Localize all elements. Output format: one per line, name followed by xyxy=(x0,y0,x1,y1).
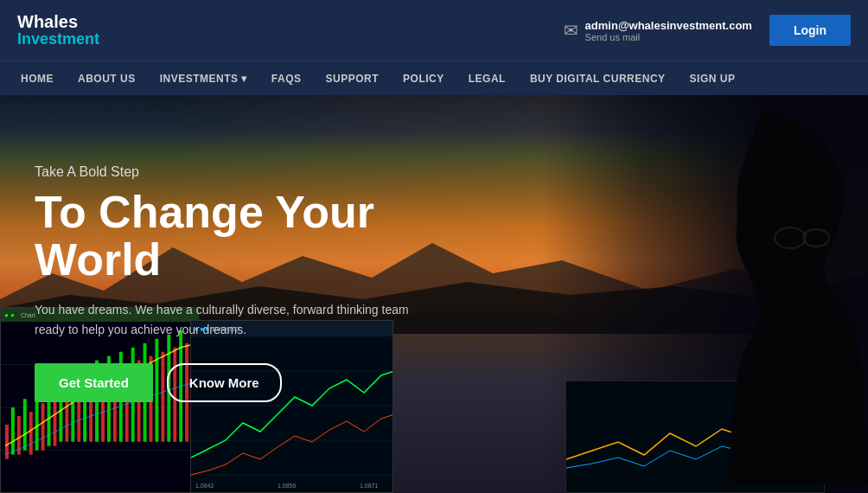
login-button[interactable]: Login xyxy=(769,15,851,46)
nav-about[interactable]: ABOUT US xyxy=(66,73,148,85)
logo[interactable]: Whales Investment xyxy=(17,12,99,48)
hero-title-line2: World xyxy=(35,234,161,285)
screen-status: ● ● xyxy=(4,311,15,319)
svg-rect-13 xyxy=(53,394,56,445)
hero-description: You have dreams. We have a culturally di… xyxy=(35,300,424,339)
hero-content: Take A Bold Step To Change Your World Yo… xyxy=(35,164,424,402)
nav-signup[interactable]: SIGN UP xyxy=(678,73,748,85)
svg-rect-9 xyxy=(29,412,33,455)
svg-rect-6 xyxy=(11,407,15,455)
logo-investment: Investment xyxy=(17,31,99,48)
email-area: ✉ admin@whalesinvestment.com Send us mai… xyxy=(564,19,752,42)
nav-home[interactable]: HOME xyxy=(9,73,66,85)
email-text: admin@whalesinvestment.com Send us mail xyxy=(585,19,752,42)
screen-title: Chart xyxy=(21,312,35,318)
nav-legal[interactable]: LEGAL xyxy=(456,73,518,85)
email-address: admin@whalesinvestment.com xyxy=(585,19,752,32)
get-started-button[interactable]: Get Started xyxy=(35,363,153,402)
svg-text:1.0856: 1.0856 xyxy=(278,483,297,489)
logo-whales: Whales xyxy=(17,12,99,31)
svg-text:1.0842: 1.0842 xyxy=(195,483,214,489)
know-more-button[interactable]: Know More xyxy=(167,363,282,402)
svg-rect-11 xyxy=(41,403,45,451)
svg-text:1.0871: 1.0871 xyxy=(360,483,379,489)
hero-title-line1: To Change Your xyxy=(35,187,374,237)
person-silhouette xyxy=(591,112,868,484)
nav-support[interactable]: SUPPORT xyxy=(314,73,392,85)
main-nav: HOME ABOUT US INVESTMENTS ▾ FAQS SUPPORT… xyxy=(0,61,868,95)
envelope-icon: ✉ xyxy=(564,20,578,41)
nav-faqs[interactable]: FAQS xyxy=(259,73,314,85)
hero-section: ● ● Chart xyxy=(0,95,868,493)
hero-title: To Change Your World xyxy=(35,189,424,283)
nav-policy[interactable]: POLICY xyxy=(391,73,456,85)
hero-subtitle: Take A Bold Step xyxy=(35,164,424,180)
nav-investments[interactable]: INVESTMENTS ▾ xyxy=(148,73,259,85)
svg-rect-8 xyxy=(23,399,27,450)
hero-buttons: Get Started Know More xyxy=(35,363,424,402)
header: Whales Investment ✉ admin@whalesinvestme… xyxy=(0,0,868,61)
send-mail-label: Send us mail xyxy=(585,32,752,42)
header-right: ✉ admin@whalesinvestment.com Send us mai… xyxy=(564,15,851,46)
nav-buy-digital[interactable]: BUY DIGITAL CURRENCY xyxy=(518,73,678,85)
